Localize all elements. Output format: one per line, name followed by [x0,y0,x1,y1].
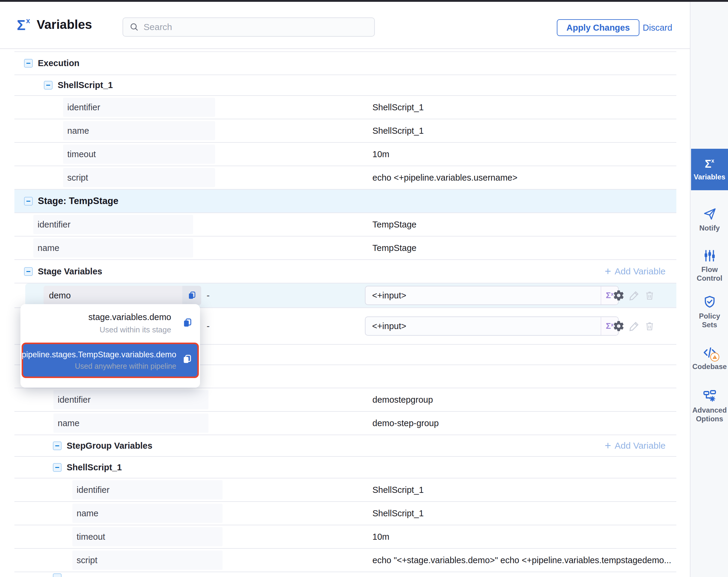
scope-text: Used anywhere within pipeline [75,362,176,371]
kv-label: script [63,168,215,187]
expression-copy-popup: stage.variables.demo Used within its sta… [20,304,200,388]
kv-value: ShellScript_1 [372,102,424,112]
kv-label: name [63,121,215,140]
flow-control-sliders-icon [703,249,717,262]
kv-label: identifier [72,480,223,499]
search-input[interactable]: Search [123,18,375,37]
kv-row-identifier: identifier ShellScript_1 [15,478,676,502]
rail-item-variables[interactable]: Σx Variables [691,149,728,190]
popup-option-stage-scope[interactable]: stage.variables.demo Used within its sta… [20,304,200,343]
rail-item-advanced-options[interactable]: Advanced Options [691,389,728,423]
settings-gear-icon[interactable] [613,320,625,332]
tree-node-label: ShellScript_1 [67,462,122,472]
kv-row-name: name demo-step-group [15,412,676,435]
collapse-icon[interactable] [24,59,33,68]
collapse-icon[interactable] [53,463,61,472]
plus-icon: + [604,441,611,450]
window-top-bar [0,0,728,2]
expression-text: stage.variables.demo [88,312,171,322]
variables-sigma-icon: Σx [705,158,714,170]
variable-name-field[interactable]: demo [44,286,201,305]
variable-value-input[interactable]: <+input> Σx [365,317,619,336]
kv-label: identifier [63,98,215,117]
collapse-icon[interactable] [53,573,61,577]
collapse-icon[interactable] [24,267,33,276]
codebase-warning-icon [710,352,719,361]
collapse-icon[interactable] [53,442,61,450]
kv-value: demostepgroup [372,395,433,405]
collapse-icon[interactable] [44,81,53,90]
variable-value-input[interactable]: <+input> Σx [365,286,619,305]
add-variable-button[interactable]: + Add Variable [604,266,666,276]
kv-label: name [53,413,208,433]
scope-text: Used within its stage [100,325,171,334]
kv-row-name: name ShellScript_1 [15,502,676,525]
edit-pencil-icon[interactable] [628,290,640,301]
kv-row-identifier: identifier TempStage [15,213,676,236]
search-icon [129,22,139,32]
collapse-icon[interactable] [24,197,33,205]
notify-send-icon [702,207,717,221]
copy-button[interactable] [182,286,201,305]
tree-node-label: Execution [38,58,80,68]
variable-description: - [207,321,210,331]
kv-label: identifier [33,215,193,234]
kv-value: 10m [372,149,389,159]
kv-row-name: name TempStage [15,236,676,260]
apply-changes-button[interactable]: Apply Changes [557,19,640,36]
kv-row-script: script echo <+pipeline.variables.usernam… [15,166,676,190]
tree-row-stage-variables: Stage Variables + Add Variable [15,260,676,283]
kv-value: TempStage [372,220,417,230]
kv-value: demo-step-group [372,418,439,428]
policy-shield-check-icon [702,295,717,309]
discard-button[interactable]: Discard [643,19,672,36]
stage-header-row: Stage: TempStage [15,190,676,213]
copy-icon[interactable] [182,354,192,365]
kv-value: TempStage [372,243,417,253]
kv-row-identifier: identifier demostepgroup [15,388,676,412]
popup-option-pipeline-scope-selected[interactable]: pipeline.stages.TempStage.variables.demo… [22,343,199,378]
edit-pencil-icon[interactable] [628,320,640,332]
settings-gear-icon[interactable] [613,290,625,301]
kv-label: timeout [72,527,223,546]
kv-label: script [72,551,223,570]
stage-title: Stage: TempStage [38,196,118,206]
rail-item-flow-control[interactable]: Flow Control [691,249,728,282]
kv-row-script: script echo "<+stage.variables.demo>" ec… [15,549,676,572]
tree-row-shellscript: ShellScript_1 [15,457,676,478]
tree-row-stepgroup-variables: StepGroup Variables + Add Variable [15,435,676,457]
kv-label: timeout [63,145,215,164]
variables-sigma-logo-icon: Σx [17,17,29,33]
plus-icon: + [604,267,611,276]
kv-label: identifier [53,390,208,409]
tree-row-shellscript: ShellScript_1 [15,75,676,96]
right-panel-rail: Σx Variables Notify Flow Control Policy … [690,2,728,577]
rail-item-codebase[interactable]: Codebase [691,345,728,371]
tree-row-execution: Execution [15,52,676,75]
add-variable-button[interactable]: + Add Variable [604,441,666,451]
kv-row-name: name ShellScript_1 [15,119,676,143]
copy-icon[interactable] [182,317,193,328]
kv-label: name [72,504,223,523]
advanced-options-icon [702,389,717,403]
variable-description: - [207,290,210,301]
kv-value: ShellScript_1 [372,126,424,136]
kv-value: 10m [372,532,389,542]
kv-label: name [33,238,193,257]
kv-value: echo "<+stage.variables.demo>" echo <+pi… [372,555,671,565]
rail-item-notify[interactable]: Notify [691,207,728,232]
kv-value: ShellScript_1 [372,508,424,519]
page-title: Variables [37,18,92,32]
header: Σx Variables Search Apply Changes Discar… [0,2,690,49]
kv-row-timeout: timeout 10m [15,525,676,549]
tree-node-label: ShellScript_1 [58,80,113,90]
kv-row-timeout: timeout 10m [15,143,676,166]
rail-item-policy-sets[interactable]: Policy Sets [691,295,728,329]
search-placeholder: Search [144,22,172,32]
kv-value: echo <+pipeline.variables.username> [372,173,518,183]
tree-node-label: StepGroup Variables [67,441,152,451]
tree-node-label: Stage Variables [38,267,102,276]
delete-trash-icon[interactable] [644,290,655,301]
expression-text: pipeline.stages.TempStage.variables.demo [16,350,176,359]
delete-trash-icon[interactable] [644,320,655,332]
